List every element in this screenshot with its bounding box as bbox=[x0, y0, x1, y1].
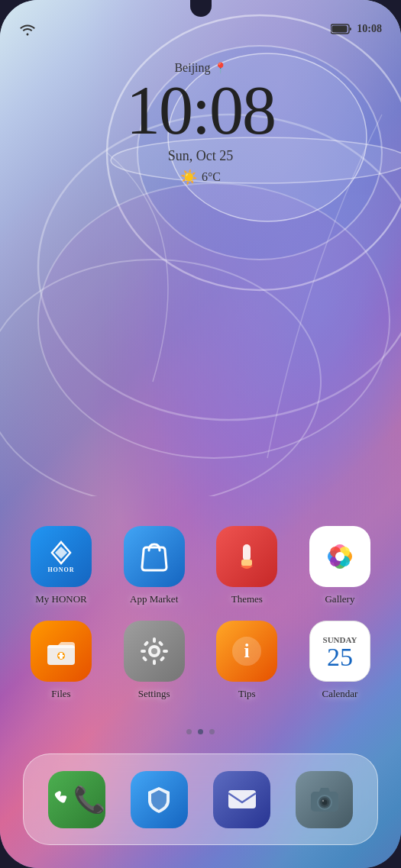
app-label-my-honor: My HONOR bbox=[35, 593, 87, 605]
app-label-files: Files bbox=[51, 688, 70, 700]
svg-rect-30 bbox=[153, 660, 156, 665]
calendar-app-icon: Sunday 25 bbox=[309, 621, 370, 682]
app-tips[interactable]: i Tips bbox=[209, 621, 285, 700]
camera-lens-icon bbox=[308, 782, 341, 816]
status-left bbox=[19, 22, 36, 36]
dock-phone[interactable]: 📞 bbox=[48, 771, 105, 828]
app-gallery[interactable]: Gallery bbox=[302, 526, 378, 605]
weather-icon: ☀️ bbox=[180, 169, 197, 186]
app-row-2: Files bbox=[23, 621, 378, 700]
app-calendar[interactable]: Sunday 25 Calendar bbox=[302, 621, 378, 700]
folder-icon bbox=[44, 634, 78, 668]
honor-text: HONOR bbox=[47, 566, 74, 573]
app-label-calendar: Calendar bbox=[322, 688, 358, 700]
svg-point-3 bbox=[38, 183, 390, 458]
bag-icon bbox=[137, 540, 171, 573]
themes-app-icon bbox=[216, 526, 277, 587]
settings-app-icon bbox=[124, 621, 185, 682]
status-right: 10:08 bbox=[331, 23, 382, 35]
weather-row: ☀️ 6°C bbox=[180, 169, 221, 186]
clock-area: Beijing 📍 10:08 Sun, Oct 25 ☀️ 6°C bbox=[0, 61, 401, 186]
app-label-app-market: App Market bbox=[130, 593, 178, 605]
status-time: 10:08 bbox=[357, 23, 382, 35]
phone-emoji: 📞 bbox=[73, 784, 105, 815]
wifi-icon bbox=[19, 22, 36, 36]
envelope-icon bbox=[225, 782, 259, 816]
svg-rect-11 bbox=[243, 544, 251, 561]
app-grid: HONOR My HONOR App Market bbox=[0, 526, 401, 715]
files-app-icon bbox=[31, 621, 92, 682]
svg-rect-33 bbox=[143, 641, 149, 647]
svg-rect-12 bbox=[241, 560, 252, 566]
honor-app-icon: HONOR bbox=[31, 526, 92, 587]
tips-app-icon: i bbox=[216, 621, 277, 682]
temperature: 6°C bbox=[202, 170, 221, 184]
svg-rect-31 bbox=[141, 650, 146, 653]
clock-time: 10:08 bbox=[126, 76, 275, 145]
svg-rect-35 bbox=[157, 641, 163, 647]
app-label-tips: Tips bbox=[238, 688, 256, 700]
phone-frame: 10:08 Beijing 📍 10:08 Sun, Oct 25 ☀️ 6°C bbox=[0, 0, 401, 868]
svg-point-21 bbox=[335, 552, 344, 561]
dock-camera[interactable] bbox=[296, 771, 353, 828]
page-dot-3[interactable] bbox=[209, 729, 215, 734]
svg-point-28 bbox=[151, 648, 157, 654]
app-themes[interactable]: Themes bbox=[209, 526, 285, 605]
svg-text:i: i bbox=[244, 640, 250, 662]
app-label-gallery: Gallery bbox=[325, 593, 354, 605]
security-dock-icon bbox=[131, 771, 188, 828]
svg-rect-36 bbox=[141, 656, 147, 662]
camera-dock-icon bbox=[296, 771, 353, 828]
gear-icon bbox=[137, 634, 172, 669]
svg-point-44 bbox=[322, 800, 324, 802]
svg-rect-39 bbox=[228, 790, 256, 808]
svg-rect-34 bbox=[159, 656, 165, 662]
paintbrush-icon bbox=[230, 540, 264, 573]
svg-rect-26 bbox=[58, 655, 64, 657]
dock-email[interactable] bbox=[213, 771, 270, 828]
app-files[interactable]: Files bbox=[23, 621, 99, 700]
app-label-settings: Settings bbox=[138, 688, 170, 700]
page-dots bbox=[0, 729, 401, 734]
email-dock-icon bbox=[213, 771, 270, 828]
page-dot-2[interactable] bbox=[198, 729, 203, 734]
gallery-petals-icon bbox=[319, 536, 361, 577]
battery-icon bbox=[331, 24, 352, 34]
dock-security[interactable] bbox=[131, 771, 188, 828]
phone-call-icon bbox=[48, 785, 73, 814]
calendar-day-num: 25 bbox=[327, 644, 353, 670]
app-settings[interactable]: Settings bbox=[116, 621, 192, 700]
shield-icon bbox=[144, 784, 174, 815]
svg-rect-8 bbox=[332, 25, 348, 32]
app-my-honor[interactable]: HONOR My HONOR bbox=[23, 526, 99, 605]
honor-diamond-icon bbox=[49, 540, 73, 565]
page-dot-1[interactable] bbox=[186, 729, 192, 734]
gallery-app-icon bbox=[309, 526, 370, 587]
svg-rect-32 bbox=[163, 650, 168, 653]
date-row: Sun, Oct 25 bbox=[168, 148, 234, 164]
phone-dock-icon: 📞 bbox=[48, 771, 105, 828]
svg-rect-29 bbox=[153, 637, 156, 643]
app-label-themes: Themes bbox=[231, 593, 263, 605]
info-icon: i bbox=[230, 634, 264, 668]
app-row-1: HONOR My HONOR App Market bbox=[23, 526, 378, 605]
dock: 📞 bbox=[23, 753, 378, 845]
app-app-market[interactable]: App Market bbox=[116, 526, 192, 605]
appmarket-app-icon bbox=[124, 526, 185, 587]
